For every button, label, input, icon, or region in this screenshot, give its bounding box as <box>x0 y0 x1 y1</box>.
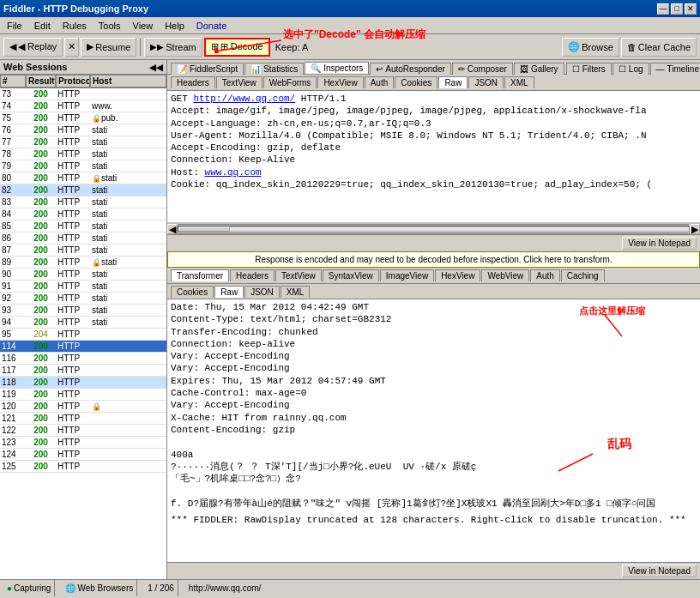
clear-cache-button[interactable]: 🗑 Clear Cache <box>621 38 697 57</box>
request-url[interactable]: http://www.qq.com/ <box>193 94 295 104</box>
collapse-button[interactable]: ◀◀ <box>149 63 163 72</box>
table-row[interactable]: 86 200 HTTP stati <box>0 233 166 245</box>
minimize-button[interactable]: — <box>657 3 669 15</box>
table-row[interactable]: 123 200 HTTP <box>0 437 166 449</box>
table-row[interactable]: 79 200 HTTP stati <box>0 160 166 172</box>
table-row[interactable]: 83 200 HTTP stati <box>0 196 166 208</box>
menu-rules[interactable]: Rules <box>57 19 92 33</box>
itab-auth[interactable]: Auth <box>365 76 395 88</box>
scroll-track[interactable] <box>178 226 690 233</box>
request-scrollbar[interactable]: ◀ ▶ <box>167 224 700 234</box>
table-row[interactable]: 85 200 HTTP stati <box>0 220 166 233</box>
replay-button[interactable]: ◀ ◀ Replay <box>3 38 63 57</box>
cell-num: 95 <box>0 329 26 340</box>
table-row[interactable]: 92 200 HTTP stati <box>0 293 166 305</box>
table-row[interactable]: 77 200 HTTP stati <box>0 136 166 148</box>
table-row[interactable]: 91 200 HTTP stati <box>0 281 166 293</box>
table-row[interactable]: 122 200 HTTP <box>0 425 166 437</box>
rtab-headers[interactable]: Headers <box>230 269 275 281</box>
decode-button[interactable]: ⊞ ⊞ Decode <box>204 38 270 57</box>
cell-num: 116 <box>0 353 26 364</box>
cell-host <box>90 461 166 472</box>
rtab-syntaxview[interactable]: SyntaxView <box>323 269 379 281</box>
menu-file[interactable]: File <box>2 19 27 33</box>
tab-composer[interactable]: ✏ Composer <box>452 63 513 75</box>
x-button[interactable]: ✕ <box>64 38 79 57</box>
table-row[interactable]: 89 200 HTTP 🔒stati <box>0 257 166 269</box>
sessions-list[interactable]: 73 200 HTTP 74 200 HTTP www. 75 200 HTTP… <box>0 88 166 579</box>
itab-json[interactable]: JSON <box>468 76 504 88</box>
table-row[interactable]: 74 200 HTTP www. <box>0 100 166 112</box>
close-button[interactable]: ✕ <box>685 3 697 15</box>
stream-button[interactable]: ▶▶ Stream <box>144 38 202 57</box>
scroll-thumb[interactable] <box>178 227 230 232</box>
scroll-right-btn[interactable]: ▶ <box>690 224 700 234</box>
itab-raw[interactable]: Raw <box>438 76 468 88</box>
request-host[interactable]: www.qq.com <box>205 167 262 178</box>
main-content: Web Sessions ◀◀ # Result Protocol Host 7… <box>0 60 700 579</box>
rstab-xml[interactable]: XML <box>281 286 311 298</box>
rstab-cookies[interactable]: Cookies <box>171 286 214 298</box>
rtab-textview[interactable]: TextView <box>275 269 322 281</box>
itab-hexview[interactable]: HexView <box>317 76 363 88</box>
tab-fiddlescript[interactable]: 📝 FiddlerScript <box>171 63 244 75</box>
table-row[interactable]: 120 200 HTTP 🔒 <box>0 401 166 413</box>
view-notepad-button[interactable]: View in Notepad <box>622 237 697 250</box>
table-row[interactable]: 118 200 HTTP <box>0 377 166 389</box>
status-capturing: ● Capturing <box>3 580 55 596</box>
itab-headers[interactable]: Headers <box>171 76 215 88</box>
menu-help[interactable]: Help <box>160 19 190 33</box>
maximize-button[interactable]: □ <box>671 3 683 15</box>
table-row[interactable]: 80 200 HTTP 🔒stati <box>0 172 166 184</box>
tab-filters[interactable]: ☐ Filters <box>566 63 612 75</box>
table-row[interactable]: 78 200 HTTP stati <box>0 148 166 160</box>
browse-button[interactable]: 🌐 Browse <box>562 38 619 57</box>
table-row[interactable]: 95 204 HTTP <box>0 329 166 341</box>
rtab-imageview[interactable]: ImageView <box>380 269 434 281</box>
table-row[interactable]: 125 200 HTTP <box>0 461 166 473</box>
cell-num: 74 <box>0 100 26 112</box>
table-row[interactable]: 87 200 HTTP stati <box>0 245 166 257</box>
rtab-hexview[interactable]: HexView <box>435 269 480 281</box>
tab-statistics[interactable]: 📊 Statistics <box>244 63 304 75</box>
itab-xml[interactable]: XML <box>504 76 534 88</box>
cell-protocol: HTTP <box>56 196 90 208</box>
view-notepad-button-2[interactable]: View in Notepad <box>622 565 697 577</box>
rstab-raw[interactable]: Raw <box>214 286 244 298</box>
table-row[interactable]: 119 200 HTTP <box>0 389 166 401</box>
menu-edit[interactable]: Edit <box>29 19 56 33</box>
rtab-transformer[interactable]: Transformer <box>171 269 229 281</box>
tab-gallery[interactable]: 🖼 Gallery <box>514 63 564 75</box>
table-row[interactable]: 114 200 HTTP <box>0 341 166 353</box>
table-row[interactable]: 82 200 HTTP stati <box>0 184 166 196</box>
menu-view[interactable]: View <box>128 19 159 33</box>
itab-textview[interactable]: TextView <box>216 76 262 88</box>
table-row[interactable]: 116 200 HTTP <box>0 353 166 365</box>
itab-cookies[interactable]: Cookies <box>395 76 438 88</box>
tab-timeline[interactable]: — Timeline <box>650 63 700 75</box>
tab-inspectors[interactable]: 🔍 Inspectors <box>305 62 369 74</box>
itab-webforms[interactable]: WebForms <box>263 76 317 88</box>
menu-tools[interactable]: Tools <box>94 19 126 33</box>
cell-host: stati <box>90 148 166 160</box>
table-row[interactable]: 84 200 HTTP stati <box>0 208 166 220</box>
table-row[interactable]: 124 200 HTTP <box>0 449 166 461</box>
table-row[interactable]: 75 200 HTTP 🔒pub. <box>0 112 166 124</box>
warning-banner[interactable]: Response is encoded and may need to be d… <box>167 251 700 268</box>
tab-autoresponder[interactable]: ↩ AutoResponder <box>370 63 451 75</box>
table-row[interactable]: 76 200 HTTP stati <box>0 124 166 136</box>
table-row[interactable]: 73 200 HTTP <box>0 88 166 100</box>
scroll-left-btn[interactable]: ◀ <box>167 224 178 234</box>
table-row[interactable]: 121 200 HTTP <box>0 413 166 425</box>
rtab-webview[interactable]: WebView <box>481 269 529 281</box>
table-row[interactable]: 94 200 HTTP stati <box>0 317 166 329</box>
menu-donate[interactable]: Donate <box>191 19 232 33</box>
rstab-json[interactable]: JSON <box>244 286 280 298</box>
tab-log[interactable]: ☐ Log <box>612 63 649 75</box>
table-row[interactable]: 93 200 HTTP stati <box>0 305 166 317</box>
rtab-auth[interactable]: Auth <box>530 269 560 281</box>
rtab-caching[interactable]: Caching <box>561 269 605 281</box>
table-row[interactable]: 90 200 HTTP stati <box>0 269 166 281</box>
resume-button[interactable]: ▶ Resume <box>81 38 136 57</box>
table-row[interactable]: 117 200 HTTP <box>0 365 166 377</box>
